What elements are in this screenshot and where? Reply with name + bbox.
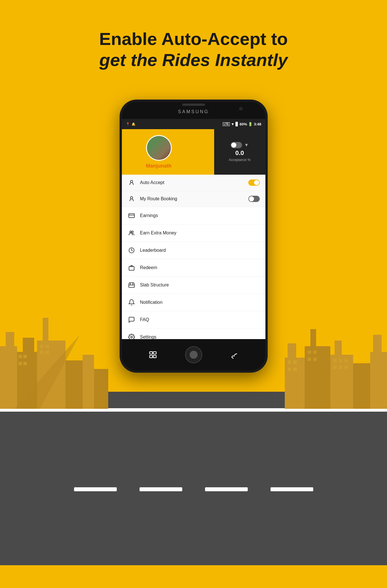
road-dash: [74, 487, 117, 491]
svg-rect-0: [0, 346, 17, 409]
svg-rect-19: [285, 358, 305, 409]
svg-rect-16: [46, 350, 49, 354]
leaderboard-label: Leaderboard: [140, 248, 166, 253]
slab-structure-icon: [128, 281, 136, 289]
menu-area: Auto Accept My Route Booking: [122, 175, 265, 339]
svg-rect-41: [345, 366, 348, 369]
auto-accept-toggle[interactable]: [248, 180, 260, 186]
svg-rect-6: [65, 360, 83, 409]
settings-label: Settings: [140, 335, 157, 339]
svg-rect-12: [23, 362, 27, 365]
svg-rect-49: [129, 267, 134, 270]
phone-screen: 📍 🔔 LTE ▼ ▊ 60% 🔋 3:48 M: [122, 119, 265, 339]
svg-rect-33: [313, 350, 317, 354]
nav-back-button[interactable]: [146, 348, 160, 362]
status-bar: 📍 🔔 LTE ▼ ▊ 60% 🔋 3:48: [122, 119, 265, 129]
auto-accept-icon: [128, 179, 136, 187]
dropdown-arrow[interactable]: ▼: [244, 143, 249, 148]
headline-line2: get the Rides Instantly: [0, 49, 387, 71]
svg-rect-14: [46, 345, 49, 348]
svg-rect-8: [94, 369, 108, 409]
svg-rect-25: [353, 363, 370, 409]
svg-point-47: [132, 231, 133, 233]
svg-rect-38: [345, 359, 348, 362]
road-dash: [271, 487, 313, 491]
svg-rect-15: [40, 350, 43, 354]
road-background: [0, 392, 387, 565]
status-right: LTE ▼ ▊ 60% 🔋 3:48: [223, 122, 261, 126]
slab-structure-item[interactable]: Slab Structure: [122, 277, 265, 294]
slab-structure-label: Slab Structure: [140, 282, 169, 288]
toggle-row: ▼: [231, 142, 249, 148]
phone-inner: SAMSUNG 📍 🔔 LTE ▼ ▊ 60% 🔋 3:48: [122, 102, 265, 370]
svg-rect-24: [335, 341, 342, 358]
profile-section: Manjunath: [122, 129, 196, 175]
nav-recent-button[interactable]: [227, 348, 241, 362]
samsung-brand: SAMSUNG: [178, 109, 209, 114]
nav-home-button[interactable]: [185, 346, 202, 363]
settings-icon: [128, 333, 136, 339]
avatar-image: [147, 136, 171, 160]
bottom-strip: [0, 565, 387, 588]
phone-frame: SAMSUNG 📍 🔔 LTE ▼ ▊ 60% 🔋 3:48: [120, 100, 268, 373]
svg-rect-26: [370, 352, 387, 409]
svg-rect-36: [333, 359, 337, 362]
svg-rect-58: [153, 355, 156, 358]
redeem-label: Redeem: [140, 265, 157, 270]
my-route-booking-toggle[interactable]: [248, 196, 260, 202]
redeem-item[interactable]: Redeem: [122, 259, 265, 277]
toggle-circle: [249, 196, 254, 201]
location-status-icon: 📍: [126, 122, 130, 126]
signal-icon: ▊: [236, 122, 238, 126]
settings-item[interactable]: Settings: [122, 329, 265, 339]
svg-rect-27: [373, 335, 382, 355]
svg-rect-57: [150, 355, 153, 358]
status-left: 📍 🔔: [126, 122, 136, 126]
faq-label: FAQ: [140, 317, 149, 322]
earn-extra-money-icon: [128, 229, 136, 237]
svg-rect-30: [288, 368, 291, 371]
svg-rect-34: [308, 358, 311, 361]
faq-item[interactable]: FAQ: [122, 311, 265, 329]
earn-extra-money-item[interactable]: Earn Extra Money: [122, 224, 265, 242]
svg-point-42: [130, 180, 133, 183]
svg-rect-10: [23, 355, 27, 358]
toggle-circle: [254, 180, 259, 185]
headline-line1: Enable Auto-Accept to: [0, 28, 387, 49]
svg-rect-20: [288, 343, 296, 360]
main-toggle[interactable]: [231, 142, 242, 148]
svg-rect-21: [305, 346, 330, 409]
earn-extra-money-label: Earn Extra Money: [140, 230, 177, 236]
road-dash: [140, 487, 182, 491]
notification-label: Notification: [140, 300, 163, 305]
leaderboard-icon: [128, 246, 136, 254]
avatar: [146, 135, 172, 161]
auto-accept-item[interactable]: Auto Accept: [122, 175, 265, 191]
profile-name: Manjunath: [146, 163, 172, 169]
notification-icon: [128, 298, 136, 306]
earnings-item[interactable]: Earnings: [122, 207, 265, 224]
redeem-icon: [128, 264, 136, 272]
svg-rect-29: [293, 360, 297, 364]
svg-rect-50: [129, 285, 134, 287]
svg-point-43: [130, 197, 133, 199]
earnings-label: Earnings: [140, 213, 158, 218]
svg-rect-37: [339, 359, 342, 362]
svg-rect-32: [308, 350, 311, 354]
acceptance-label: Acceptance %: [229, 158, 251, 162]
auto-accept-label: Auto Accept: [140, 180, 244, 185]
svg-rect-3: [23, 338, 34, 355]
my-route-booking-item[interactable]: My Route Booking: [122, 191, 265, 207]
svg-point-53: [131, 336, 132, 338]
road-dashes: [0, 487, 387, 491]
notification-item[interactable]: Notification: [122, 294, 265, 311]
time-display: 3:48: [254, 122, 261, 126]
svg-rect-56: [153, 352, 156, 354]
headline: Enable Auto-Accept to get the Rides Inst…: [0, 28, 387, 71]
svg-rect-9: [19, 355, 22, 358]
svg-rect-39: [333, 366, 337, 369]
svg-rect-55: [150, 352, 153, 354]
leaderboard-item[interactable]: Leaderboard: [122, 242, 265, 259]
headline-bold: Rides Instantly: [162, 50, 288, 70]
svg-rect-23: [330, 355, 353, 409]
